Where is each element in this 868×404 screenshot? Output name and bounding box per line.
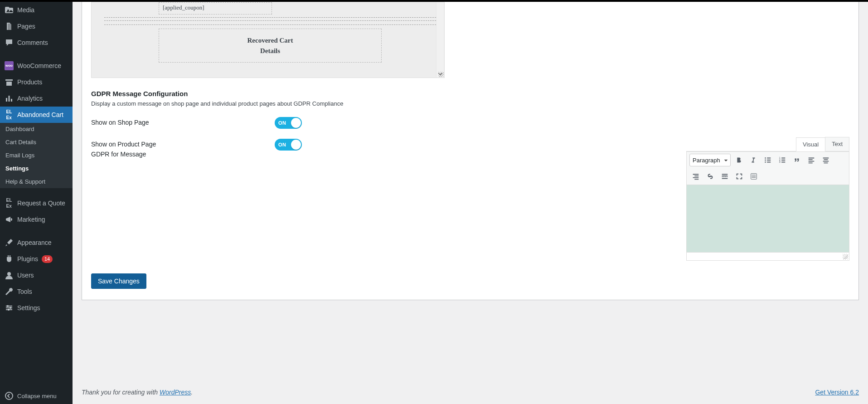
- rte-tab-text[interactable]: Text: [825, 137, 849, 151]
- toggle-knob: [291, 118, 301, 128]
- template-scrollbar[interactable]: [436, 2, 444, 78]
- svg-point-2: [7, 305, 9, 307]
- elex-icon: ELEx: [5, 199, 14, 208]
- sidebar-separator: [0, 190, 73, 193]
- sidebar-item-abandoned-cart[interactable]: ELEx Abandoned Cart: [0, 107, 73, 123]
- toggle-show-product[interactable]: ON: [275, 139, 302, 151]
- woocommerce-icon: woo: [5, 61, 14, 70]
- sidebar-item-label: Appearance: [17, 239, 52, 247]
- svg-point-3: [10, 307, 11, 309]
- sidebar-item-products[interactable]: Products: [0, 74, 73, 90]
- sidebar-item-tools[interactable]: Tools: [0, 283, 73, 300]
- rte-textarea[interactable]: [686, 185, 849, 253]
- svg-point-7: [765, 160, 766, 161]
- row-show-shop: Show on Shop Page ON: [91, 117, 849, 129]
- save-changes-button[interactable]: Save Changes: [91, 273, 146, 289]
- sidebar-sub-email-logs[interactable]: Email Logs: [0, 149, 73, 162]
- sidebar-sub-label: Help & Support: [5, 178, 45, 186]
- sidebar-sub-cart-details[interactable]: Cart Details: [0, 136, 73, 149]
- sidebar-sub-label: Dashboard: [5, 126, 34, 133]
- sidebar-item-label: Settings: [17, 304, 40, 312]
- sidebar-item-plugins[interactable]: Plugins 14: [0, 251, 73, 267]
- resize-grip-icon[interactable]: [843, 254, 848, 259]
- rte-align-left-button[interactable]: [805, 154, 818, 166]
- rte-link-button[interactable]: [704, 170, 717, 183]
- collapse-menu-button[interactable]: Collapse menu: [0, 388, 73, 404]
- sidebar-item-woocommerce[interactable]: woo WooCommerce: [0, 58, 73, 74]
- label-gdpr-message: GDPR for Message: [91, 151, 275, 158]
- gdpr-desc: Display a custom message on shop page an…: [91, 100, 849, 107]
- sidebar-submenu: Dashboard Cart Details Email Logs Settin…: [0, 123, 73, 188]
- products-icon: [5, 78, 14, 87]
- sidebar-sub-dashboard[interactable]: Dashboard: [0, 123, 73, 136]
- svg-point-5: [5, 392, 13, 399]
- rte-tabs: Visual Text: [686, 137, 849, 151]
- template-canvas[interactable]: [applied_coupon] Recovered Cart Details: [91, 2, 445, 78]
- toggle-on-text: ON: [275, 120, 286, 126]
- plugins-update-badge: 14: [42, 255, 53, 263]
- wrench-icon: [5, 287, 14, 296]
- sidebar-item-label: Comments: [17, 39, 48, 47]
- footer-prefix: Thank you for creating with: [82, 389, 160, 396]
- toggle-on-text: ON: [275, 142, 286, 147]
- gdpr-heading: GDPR Message Configuration: [91, 90, 849, 97]
- sidebar-item-marketing[interactable]: Marketing: [0, 211, 73, 228]
- footer-wordpress-link[interactable]: WordPress: [160, 389, 191, 396]
- rte-format-select[interactable]: Paragraph: [689, 154, 731, 166]
- analytics-icon: [5, 94, 14, 103]
- pages-icon: [5, 22, 14, 31]
- sidebar-item-label: Marketing: [17, 215, 45, 224]
- megaphone-icon: [5, 215, 14, 224]
- resize-grip-icon[interactable]: [438, 72, 444, 77]
- template-tag-applied-coupon: [applied_coupon]: [159, 2, 272, 15]
- sliders-icon: [5, 303, 14, 312]
- toggle-show-shop[interactable]: ON: [275, 117, 302, 129]
- svg-point-4: [8, 309, 10, 311]
- sidebar-item-label: Users: [17, 271, 34, 279]
- svg-point-8: [765, 161, 766, 163]
- rte-toolbar: Paragraph 123: [686, 151, 849, 185]
- label-show-product: Show on Product Page: [91, 141, 275, 148]
- sidebar-item-media[interactable]: Media: [0, 2, 73, 18]
- gdpr-message-editor: Visual Text Paragraph: [686, 137, 849, 261]
- sidebar-sub-label: Settings: [5, 165, 29, 173]
- rte-italic-button[interactable]: [747, 154, 760, 166]
- sidebar-item-comments[interactable]: Comments: [0, 34, 73, 51]
- rte-fullscreen-button[interactable]: [733, 170, 746, 183]
- rte-align-center-button[interactable]: [820, 154, 832, 166]
- media-icon: [5, 5, 14, 15]
- rte-statusbar: [686, 253, 849, 261]
- sidebar-item-label: Plugins: [17, 255, 38, 263]
- svg-text:3: 3: [779, 161, 781, 163]
- footer-version-link[interactable]: Get Version 6.2: [815, 389, 859, 396]
- template-text: Details: [168, 46, 372, 56]
- sidebar-separator: [0, 230, 73, 232]
- sidebar-item-request-a-quote[interactable]: ELEx Request a Quote: [0, 195, 73, 211]
- template-block-recovered-cart: Recovered Cart Details: [159, 29, 382, 63]
- svg-point-1: [7, 272, 11, 276]
- rte-tab-visual[interactable]: Visual: [796, 137, 825, 151]
- sidebar-item-users[interactable]: Users: [0, 267, 73, 283]
- sidebar-item-analytics[interactable]: Analytics: [0, 90, 73, 107]
- rte-more-button[interactable]: [718, 170, 731, 183]
- rte-ul-button[interactable]: [761, 154, 774, 166]
- collapse-icon: [5, 391, 14, 400]
- sidebar-item-appearance[interactable]: Appearance: [0, 234, 73, 251]
- rte-align-right-button[interactable]: [689, 170, 702, 183]
- sidebar-sub-help-support[interactable]: Help & Support: [0, 175, 73, 189]
- rte-ol-button[interactable]: 123: [776, 154, 789, 166]
- sidebar-item-pages[interactable]: Pages: [0, 18, 73, 34]
- sidebar-item-label: Tools: [17, 287, 32, 296]
- sidebar-item-settings[interactable]: Settings: [0, 300, 73, 316]
- sidebar-item-label: WooCommerce: [17, 62, 61, 70]
- sidebar-sub-settings[interactable]: Settings: [0, 162, 73, 175]
- rte-bold-button[interactable]: [732, 154, 745, 166]
- email-template-editor: [applied_coupon] Recovered Cart Details: [91, 2, 445, 78]
- sidebar-sub-label: Email Logs: [5, 152, 34, 160]
- template-text: Recovered Cart: [168, 35, 372, 46]
- rte-quote-button[interactable]: [790, 154, 803, 166]
- user-icon: [5, 271, 14, 280]
- rte-toolbar-toggle-button[interactable]: [747, 170, 760, 183]
- rte-tab-label: Text: [832, 141, 843, 147]
- comments-icon: [5, 38, 14, 47]
